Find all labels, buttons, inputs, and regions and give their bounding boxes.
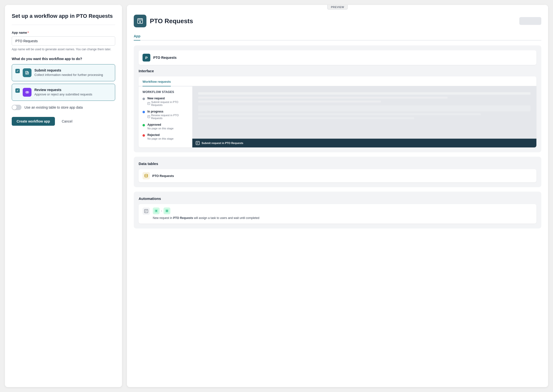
stage-approved-name: Approved [147,123,174,126]
auto-flow: › [153,207,259,214]
automations-label: Automations [139,196,536,201]
divider [12,25,115,25]
stage-in-progress: In progress Review request in PTO Reques… [143,110,188,120]
mock-line-1 [198,92,531,95]
header-action-btn[interactable] [519,17,541,25]
stage-dot-red [143,134,145,137]
svg-point-2 [26,92,27,93]
stage-rejected: Rejected No page on this stage [143,133,188,140]
field-hint: App name will be used to generate asset … [12,48,115,51]
stage-approved-info: Approved No page on this stage [147,123,174,130]
required-star: * [28,31,29,34]
stage-in-progress-name: In progress [147,110,188,113]
stage-rejected-info: Rejected No page on this stage [147,133,174,140]
auto-content: › New request in PTO Requests will assig… [153,207,259,220]
option-review[interactable]: Review requests Approve or reject any su… [12,84,115,101]
preview-right: Submit request in PTO Requests [192,86,536,147]
stage-approved: Approved No page on this stage [143,123,188,130]
mock-line-2 [198,97,448,99]
arrow-icon: › [161,209,162,213]
option-submit-desc: Collect information needed for further p… [34,73,112,77]
review-icon [23,88,31,97]
tab-app[interactable]: App [134,32,140,41]
option-submit[interactable]: Submit requests Collect information need… [12,64,115,81]
app-name-display: PTO Requests [150,17,193,25]
right-panel-inner: PTO Requests App P PTO Requests Interfac… [127,5,548,387]
auto-icon [143,207,150,215]
data-table-card: PTO Requests [139,169,536,182]
svg-point-3 [28,92,28,93]
section-question: What do you want this workflow app to do… [12,57,115,61]
option-review-content: Review requests Approve or reject any su… [34,88,112,96]
stage-dot-gray [143,98,145,100]
mini-app-name: PTO Requests [153,56,176,60]
stage-new-request-sub: Submit request in PTO Requests [147,101,188,106]
stage-new-request-name: New request [147,97,188,100]
option-submit-title: Submit requests [34,68,112,72]
preview-screenshot [192,86,536,147]
interface-box: Workflow requests Workflow stages New re… [139,76,536,147]
stage-new-request-info: New request Submit request in PTO Reques… [147,97,188,106]
option-review-title: Review requests [34,88,112,92]
preview-badge: PREVIEW [327,5,348,10]
automation-card: › New request in PTO Requests will assig… [139,204,536,224]
page-title: Set up a workflow app in PTO Requests [12,13,115,20]
checkbox-submit[interactable] [15,69,20,73]
automations-section: Automations [134,192,541,228]
overlay-text: Submit request in PTO Requests [202,142,243,144]
svg-point-9 [145,174,148,175]
toggle-row: Use an existing table to store app data [12,105,115,110]
option-submit-content: Submit requests Collect information need… [34,68,112,77]
workflow-body: Workflow stages New request Submit reque… [139,86,536,147]
app-tabs: App [134,32,541,41]
mock-line-3 [198,101,381,103]
cancel-btn[interactable]: Cancel [58,117,76,126]
stages-panel: Workflow stages New request Submit reque… [139,86,192,147]
checkbox-review[interactable] [15,88,20,93]
mini-app-icon: P [143,54,150,62]
stage-dot-green [143,124,145,126]
stage-dot-blue [143,111,145,113]
mini-app-card: P PTO Requests [139,50,536,65]
data-tables-section: Data tables PTO Requests [134,157,541,187]
auto-flow-icon-2 [164,207,170,214]
preview-content: P PTO Requests Interface Workflow reques… [134,45,541,152]
create-workflow-btn[interactable]: Create workflow app [12,117,55,126]
stage-approved-sub: No page on this stage [147,127,174,130]
workflow-requests-tab[interactable]: Workflow requests [143,80,171,86]
btn-row: Create workflow app Cancel [12,117,115,126]
interface-tabs: Workflow requests [139,76,536,86]
option-review-desc: Approve or reject any submitted requests [34,93,112,96]
stage-in-progress-info: In progress Review request in PTO Reques… [147,110,188,120]
db-icon [143,172,150,179]
app-icon-large [134,15,146,27]
app-header-left: PTO Requests [134,15,193,27]
interface-section: Interface Workflow requests Workflow sta… [139,69,536,147]
right-panel: PREVIEW PTO Requests App [127,5,548,387]
data-tables-label: Data tables [139,162,536,166]
stage-new-request: New request Submit request in PTO Reques… [143,97,188,106]
stages-title: Workflow stages [143,90,188,94]
interface-label: Interface [139,69,536,73]
app-header: PTO Requests [134,15,541,27]
svg-rect-12 [165,209,169,213]
app-name-input[interactable] [12,36,115,46]
stage-in-progress-sub: Review request in PTO Requests [147,114,188,120]
toggle-label: Use an existing table to store app data [24,105,83,109]
existing-table-toggle[interactable] [12,105,21,110]
data-table-name: PTO Requests [152,174,174,178]
app-name-label: App name * [12,31,115,34]
left-panel: Set up a workflow app in PTO Requests Ap… [5,5,122,387]
stage-rejected-name: Rejected [147,133,174,137]
submit-icon [23,68,31,77]
svg-point-5 [139,21,141,23]
auto-text: New request in PTO Requests will assign … [153,216,259,220]
auto-flow-icon-1 [153,207,160,214]
mock-overlay: Submit request in PTO Requests [192,139,536,147]
stage-rejected-sub: No page on this stage [147,137,174,140]
